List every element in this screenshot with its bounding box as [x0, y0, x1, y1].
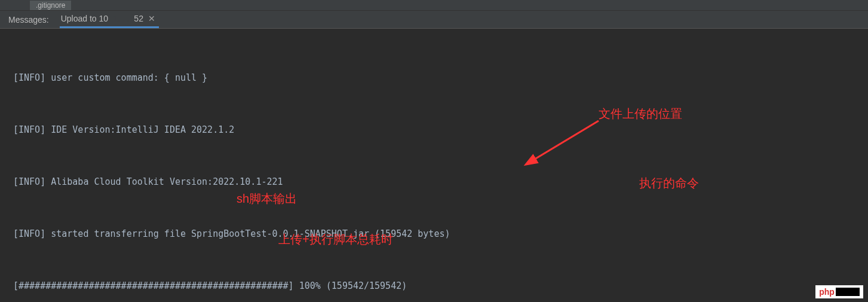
log-line: [INFO] user custom command: { null }	[13, 69, 868, 87]
log-line: [INFO] started transferring file SpringB…	[13, 225, 868, 243]
top-bar: .gitignore	[0, 0, 868, 11]
tab-masked-ip: 1. . .	[109, 14, 133, 23]
tab-text-prefix: Upload to 10	[61, 14, 108, 23]
console-output[interactable]: [INFO] user custom command: { null } [IN…	[0, 29, 868, 302]
close-icon[interactable]: ✕	[148, 14, 155, 23]
log-line: [INFO] IDE Version:IntelliJ IDEA 2022.1.…	[13, 121, 868, 139]
upload-tab[interactable]: Upload to 101. . .52 ✕	[60, 11, 159, 28]
messages-label: Messages:	[8, 15, 49, 25]
annotation-exec-command: 执行的命令	[639, 175, 699, 192]
annotation-total-time: 上传+执行脚本总耗时	[278, 231, 393, 248]
watermark: php	[815, 285, 863, 298]
watermark-mask	[836, 288, 860, 296]
log-line: [#######################################…	[13, 277, 868, 295]
tab-text-suffix: 52	[134, 14, 143, 23]
file-tab-gitignore[interactable]: .gitignore	[30, 1, 71, 10]
messages-toolbar: Messages: Upload to 101. . .52 ✕	[0, 11, 868, 29]
log-line: [INFO] Alibaba Cloud Toolkit Version:202…	[13, 173, 868, 191]
annotation-upload-location: 文件上传的位置	[599, 105, 682, 123]
annotation-sh-output: sh脚本输出	[237, 190, 297, 208]
watermark-text: php	[819, 287, 835, 297]
